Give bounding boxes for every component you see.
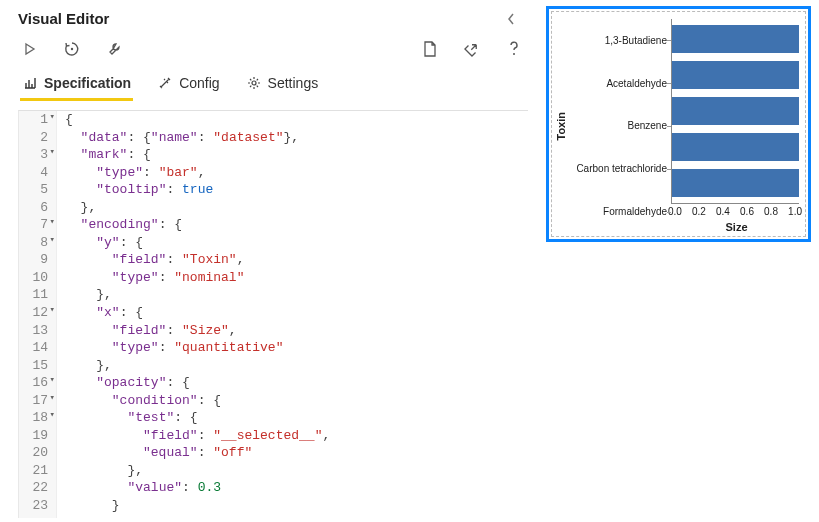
- code-line[interactable]: 21 },: [19, 462, 528, 480]
- x-axis-label: Size: [671, 221, 802, 233]
- code-line[interactable]: 22 "value": 0.3: [19, 479, 528, 497]
- bars-area: [671, 19, 799, 204]
- export-icon[interactable]: [462, 39, 482, 59]
- editor-pane: Visual Editor: [0, 0, 538, 522]
- y-axis-categories: 1,3-ButadieneAcetaldehydeBenzeneCarbon t…: [569, 19, 671, 233]
- svg-point-0: [71, 48, 73, 50]
- x-tick: 0.6: [740, 206, 754, 217]
- code-line[interactable]: 11 },: [19, 286, 528, 304]
- category-label: Acetaldehyde: [569, 65, 667, 101]
- collapse-icon[interactable]: [506, 12, 524, 26]
- code-line[interactable]: 10 "type": "nominal": [19, 269, 528, 287]
- category-label: 1,3-Butadiene: [569, 22, 667, 58]
- x-tick: 0.2: [692, 206, 706, 217]
- bar[interactable]: [672, 61, 799, 89]
- refresh-icon[interactable]: [62, 39, 82, 59]
- panel-title: Visual Editor: [18, 10, 109, 27]
- code-line[interactable]: 23 }: [19, 497, 528, 515]
- code-line[interactable]: 5 "tooltip": true: [19, 181, 528, 199]
- category-label: Formaldehyde: [569, 194, 667, 230]
- code-editor[interactable]: 1▾{2 "data": {"name": "dataset"},3▾ "mar…: [18, 110, 528, 518]
- tab-label: Settings: [268, 75, 319, 91]
- code-line[interactable]: 18▾ "test": {: [19, 409, 528, 427]
- code-line[interactable]: 13 "field": "Size",: [19, 322, 528, 340]
- help-icon[interactable]: [504, 39, 524, 59]
- toolbar: [0, 33, 538, 63]
- bar[interactable]: [672, 133, 799, 161]
- chart-preview[interactable]: Toxin 1,3-ButadieneAcetaldehydeBenzeneCa…: [546, 6, 811, 242]
- category-label: Benzene: [569, 108, 667, 144]
- chart-icon: [22, 75, 38, 91]
- code-line[interactable]: 17▾ "condition": {: [19, 392, 528, 410]
- tab-config[interactable]: Config: [155, 69, 221, 101]
- code-line[interactable]: 15 },: [19, 357, 528, 375]
- play-icon[interactable]: [20, 39, 40, 59]
- bar[interactable]: [672, 25, 799, 53]
- code-line[interactable]: 3▾ "mark": {: [19, 146, 528, 164]
- tab-settings[interactable]: Settings: [244, 69, 321, 101]
- bar[interactable]: [672, 97, 799, 125]
- code-line[interactable]: 8▾ "y": {: [19, 234, 528, 252]
- code-line[interactable]: 6 },: [19, 199, 528, 217]
- new-file-icon[interactable]: [420, 39, 440, 59]
- svg-point-1: [513, 53, 515, 55]
- x-tick: 1.0: [788, 206, 802, 217]
- wrench-icon[interactable]: [104, 39, 124, 59]
- code-line[interactable]: 2 "data": {"name": "dataset"},: [19, 129, 528, 147]
- preview-pane: Toxin 1,3-ButadieneAcetaldehydeBenzeneCa…: [538, 0, 819, 522]
- svg-point-2: [252, 81, 256, 85]
- code-line[interactable]: 12▾ "x": {: [19, 304, 528, 322]
- gear-icon: [246, 75, 262, 91]
- code-line[interactable]: 19 "field": "__selected__",: [19, 427, 528, 445]
- tab-label: Config: [179, 75, 219, 91]
- category-label: Carbon tetrachloride: [569, 151, 667, 187]
- wand-icon: [157, 75, 173, 91]
- x-tick: 0.8: [764, 206, 778, 217]
- code-line[interactable]: 20 "equal": "off": [19, 444, 528, 462]
- bar[interactable]: [672, 169, 799, 197]
- x-tick: 0.4: [716, 206, 730, 217]
- tab-label: Specification: [44, 75, 131, 91]
- code-line[interactable]: 24 }: [19, 515, 528, 518]
- code-line[interactable]: 1▾{: [19, 111, 528, 129]
- x-axis-ticks: 0.00.20.40.60.81.0: [668, 204, 802, 217]
- code-line[interactable]: 7▾ "encoding": {: [19, 216, 528, 234]
- code-line[interactable]: 4 "type": "bar",: [19, 164, 528, 182]
- tab-specification[interactable]: Specification: [20, 69, 133, 101]
- code-line[interactable]: 14 "type": "quantitative": [19, 339, 528, 357]
- code-line[interactable]: 16▾ "opacity": {: [19, 374, 528, 392]
- y-axis-label: Toxin: [553, 112, 569, 141]
- editor-header: Visual Editor: [0, 0, 538, 33]
- tab-bar: Specification Config Settings: [0, 63, 538, 102]
- code-line[interactable]: 9 "field": "Toxin",: [19, 251, 528, 269]
